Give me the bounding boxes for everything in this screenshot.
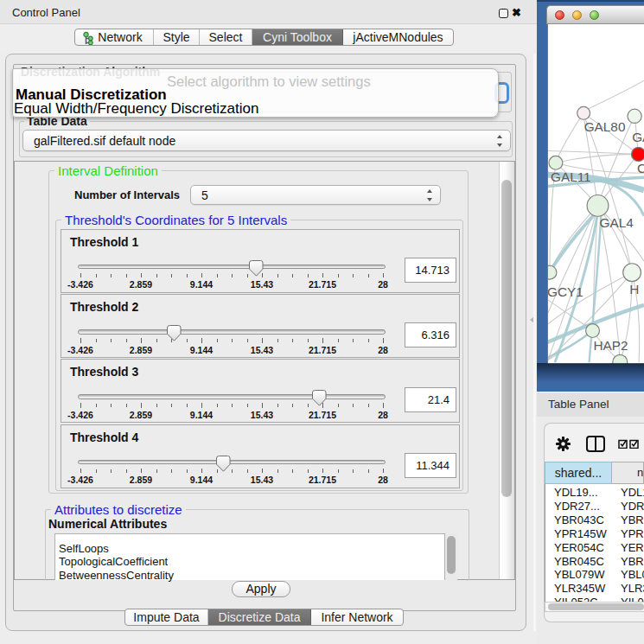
svg-text:GAL4: GAL4 <box>599 215 634 230</box>
svg-text:C: C <box>637 161 644 175</box>
svg-text:GA: GA <box>632 130 644 144</box>
svg-text:H: H <box>629 282 639 296</box>
svg-text:GCY1: GCY1 <box>547 284 583 299</box>
svg-text:GAL80: GAL80 <box>584 119 626 134</box>
svg-text:HAP2: HAP2 <box>594 338 628 353</box>
svg-text:GAL11: GAL11 <box>551 169 591 184</box>
